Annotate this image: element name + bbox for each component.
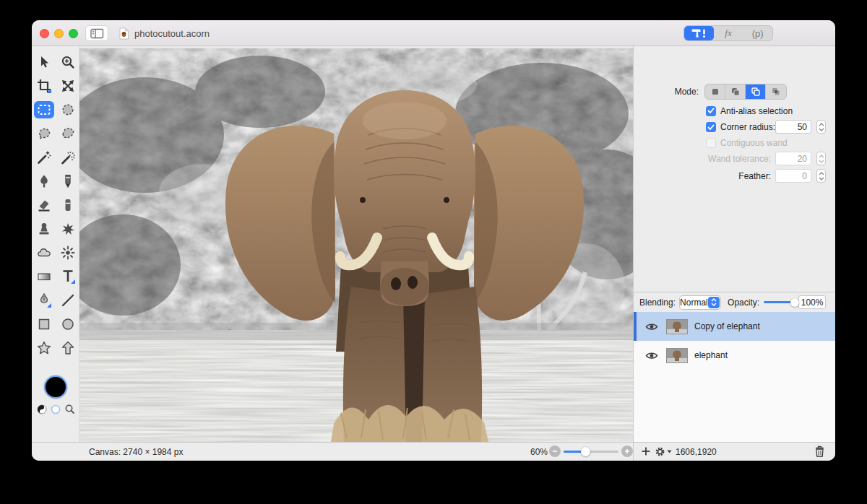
anti-alias-checkbox[interactable] [706,106,716,116]
feather-field[interactable]: 0 [775,169,811,183]
pen-tool[interactable] [34,292,54,309]
blending-popup[interactable]: Normal [679,295,721,310]
tool-palette [32,46,79,442]
delete-layer-button[interactable] [815,446,824,457]
mode-subtract-segment[interactable] [746,84,766,99]
gradient-icon [36,269,52,284]
contiguous-wand-label: Contiguous wand [720,138,788,148]
canvas-size-info: Canvas: 2740 × 1984 px [89,447,183,457]
opacity-slider-knob[interactable] [790,298,799,307]
lasso-icon [36,126,52,142]
canvas-image[interactable] [79,46,633,442]
block-eraser-tool[interactable] [58,196,78,214]
app-window: photocutout.acorn fx (p) [32,20,835,461]
brush-tool[interactable] [34,173,54,190]
zoom-slider-knob[interactable] [581,447,590,456]
star-icon [36,340,52,356]
foreground-color-well[interactable] [44,375,67,399]
star-shape-tool[interactable] [34,339,54,357]
minimize-button[interactable] [54,29,64,38]
plugins-panel-segment[interactable]: (p) [743,26,772,40]
polygon-lasso-tool[interactable] [58,125,78,142]
square-icon [36,316,52,332]
pencil-tool[interactable] [58,173,78,190]
window-title: photocutout.acorn [134,28,210,39]
splatter-icon [60,221,76,237]
pen-nib-icon [36,292,52,308]
visibility-eye-icon[interactable] [645,322,658,331]
layer-row-copy-of-elephant[interactable]: Copy of elephant [634,312,835,341]
blending-value: Normal [680,297,708,308]
filters-panel-segment[interactable]: fx [714,26,743,40]
corner-radius-label: Corner radius: [720,122,775,132]
zoom-tool[interactable] [58,53,78,71]
contiguous-wand-checkbox[interactable] [706,138,716,148]
smudge-tool[interactable] [58,220,78,238]
corner-radius-checkbox[interactable] [706,122,716,132]
text-tool[interactable] [58,268,78,285]
wand-tolerance-field[interactable]: 20 [775,152,811,165]
acorn-document-icon [118,27,129,40]
tools-panel-segment[interactable] [684,26,714,40]
feather-stepper[interactable] [816,169,826,183]
layer-name: Copy of elephant [694,321,760,331]
brush-icon [36,173,52,189]
crop-tool[interactable] [34,77,54,95]
zoom-button[interactable] [69,29,78,38]
corner-radius-field[interactable]: 50 [775,120,811,134]
mode-label: Mode: [675,87,699,97]
gradient-tool[interactable] [34,268,54,285]
zoom-out-button[interactable] [549,446,561,457]
wand-tolerance-stepper[interactable] [816,152,826,165]
clone-stamp-tool[interactable] [34,220,54,238]
add-layer-button[interactable] [641,446,651,456]
anti-alias-row: Anti-alias selection [706,105,793,116]
oval-select-tool[interactable] [58,101,78,118]
line-tool[interactable] [58,292,78,309]
flare-tool[interactable] [58,244,78,261]
layers-list: Copy of elephant elephant [634,312,835,442]
background-color-well[interactable] [51,404,61,414]
loupe-icon[interactable] [64,404,75,414]
popup-chevrons-icon [708,297,720,308]
opacity-value[interactable]: 100% [798,295,826,309]
mode-replace-segment[interactable] [705,84,725,99]
sun-icon [60,245,76,261]
layer-actions-menu[interactable] [655,446,672,457]
zoom-level: 60% [526,447,548,457]
eraser-tool[interactable] [34,196,54,214]
circle-shape-tool[interactable] [58,316,78,333]
wand-tolerance-label: Wand tolerance: [708,154,771,164]
lasso-tool[interactable] [34,125,54,142]
zoom-in-button[interactable] [621,446,633,457]
mode-intersect-segment[interactable] [766,84,786,99]
resize-tool[interactable] [58,77,78,95]
gear-icon [655,446,665,457]
layer-thumbnail [666,319,688,334]
corner-radius-stepper[interactable] [816,120,826,134]
panel-switcher: fx (p) [683,25,773,41]
square-shape-tool[interactable] [34,316,54,333]
magic-wand-tool[interactable] [34,149,54,166]
layer-row-elephant[interactable]: elephant [634,341,835,370]
block-eraser-icon [60,197,76,213]
text-icon [60,269,76,284]
cloud-icon [36,245,52,261]
zoom-slider-track[interactable] [564,451,618,453]
arrow-up-icon [60,340,76,356]
instant-alpha-tool[interactable] [58,149,78,166]
color-mode-toggle[interactable] [37,404,47,414]
mode-add-segment[interactable] [725,84,746,99]
selection-mode-segments [704,84,787,100]
eraser-icon [36,197,52,213]
close-button[interactable] [40,29,49,38]
magnifier-plus-icon [60,54,76,70]
opacity-slider[interactable] [764,301,795,303]
arrow-shape-tool[interactable] [58,339,78,357]
sidebar-toggle-button[interactable] [85,25,108,41]
rect-select-tool[interactable] [34,101,54,118]
move-tool[interactable] [34,53,54,71]
visibility-eye-icon[interactable] [645,351,658,360]
zoom-slider [549,446,633,457]
cloud-shape-tool[interactable] [34,244,54,261]
